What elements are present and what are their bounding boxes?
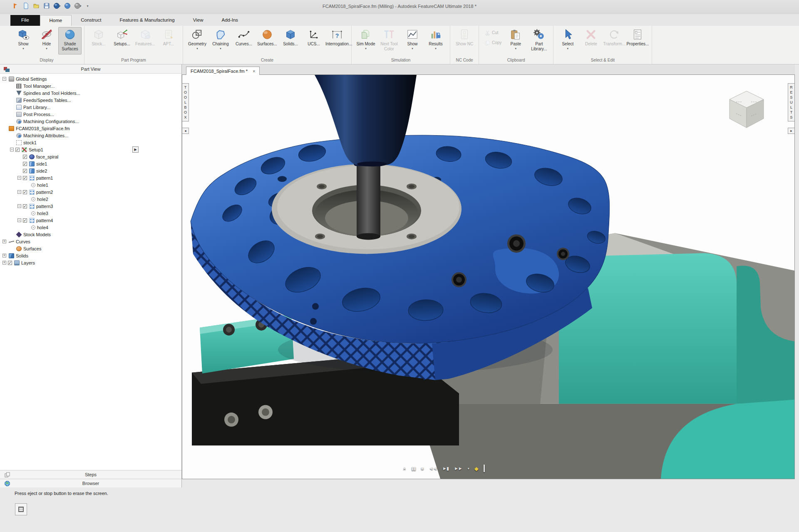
checkbox-checked[interactable]: ✓ [23,218,27,223]
dropdown-arrow-icon: ▾ [46,47,47,50]
tree-item-surfaces[interactable]: Surfaces [0,245,181,252]
tree-item-machining-attributes[interactable]: Machining Attributes... [0,132,181,139]
toolbox-tab[interactable]: TOOLBOX [182,83,189,121]
tree-item-spindles-and-tool-holders[interactable]: Spindles and Tool Holders... [0,89,181,97]
shade-surfaces-button[interactable]: Shade Surfaces [58,27,82,54]
sim-step-forward-icon[interactable]: ►▮ [442,466,449,471]
tree-item-pattern2[interactable]: −✓pattern2 [0,188,181,195]
part-view-tree: −Global SettingsTool Manager...Spindles … [0,74,181,266]
tree-item-tool-manager[interactable]: Tool Manager... [0,82,181,89]
sim-fast-forward-icon[interactable]: ►► [454,466,462,471]
expand-icon[interactable]: + [2,240,6,243]
tree-item-pattern1[interactable]: −✓pattern1 [0,174,181,181]
ribbon-group-create: Geometry▾Chaining▾Curves...Surfaces...So… [183,26,352,64]
sim-pause-icon[interactable]: ▮▮ [411,466,415,471]
tab-view[interactable]: View [184,15,213,26]
sim-eject-icon[interactable]: ▲ [403,466,406,471]
post-process-icon [16,112,22,117]
stop-button[interactable] [15,503,27,515]
checkbox-checked[interactable]: ✓ [23,155,27,159]
tree-item-hole4[interactable]: hole4 [0,224,181,231]
tree-item-fcam2018-spiralface-fm[interactable]: FCAM2018_SpiralFace.fm [0,125,181,132]
expand-icon[interactable]: + [2,261,6,265]
select-button[interactable]: Select▾ [556,27,579,54]
tree-item-part-library[interactable]: Part Library... [0,104,181,111]
checkbox-checked[interactable]: ✓ [23,162,27,166]
collapse-icon[interactable]: − [17,176,21,180]
paste-button[interactable]: Paste▾ [504,27,527,54]
collapse-icon[interactable]: − [10,148,14,151]
part-library-button[interactable]: Part Library... [527,27,551,54]
collapse-icon[interactable]: − [17,190,21,194]
properties-button[interactable]: Properties... [626,27,649,54]
setups-button[interactable]: Setups... [110,27,134,54]
tree-item-stock-models[interactable]: Stock Models [0,231,181,238]
toolbox-collapse-arrow[interactable]: ◄ [182,128,189,134]
view-cube[interactable] [728,89,765,130]
checkbox-checked[interactable]: ✓ [8,261,12,265]
show-button[interactable]: Show▾ [12,27,35,54]
tree-item-global-settings[interactable]: −Global Settings [0,75,181,82]
tree-item-stock1[interactable]: stock1 [0,139,181,146]
panel-tab-browser[interactable]: Browser [0,479,181,487]
tab-construct[interactable]: Construct [72,15,110,26]
machining-simulation-scene[interactable] [182,75,794,479]
tree-item-layers[interactable]: +✓Layers [0,259,181,266]
geometry-button[interactable]: Geometry▾ [186,27,209,54]
tree-item-curves[interactable]: +Curves [0,238,181,245]
tree-item-solids[interactable]: +Solids [0,252,181,259]
copy-button: Copy [482,39,503,47]
results-tab[interactable]: RESULTS [788,83,794,121]
tab-file[interactable]: File [10,15,40,26]
hide-button[interactable]: Hide▾ [35,27,58,54]
tree-item-side1[interactable]: ✓side1 [0,160,181,167]
panel-tab-steps[interactable]: Steps [0,470,181,479]
collapse-icon[interactable]: − [17,218,21,222]
interrogation-button[interactable]: ?Interrogation... [325,27,349,54]
checkbox-checked[interactable]: ✓ [23,190,27,194]
panel-expand-button[interactable]: ▶ [132,146,139,153]
part-view-panel: Part View −Global SettingsTool Manager..… [0,64,182,487]
document-tab[interactable]: FCAM2018_SpiralFace.fm * × [186,67,260,75]
sim-dropdown-icon[interactable]: ▾ [468,467,469,470]
checkbox-checked[interactable]: ✓ [23,169,27,173]
results-button[interactable]: Results▾ [424,27,447,54]
expand-icon[interactable]: + [2,254,6,257]
tree-item-setup1[interactable]: −✓Setup1 [0,146,181,153]
collapse-icon[interactable]: − [2,77,6,81]
checkbox-checked[interactable]: ✓ [23,176,27,180]
show-button[interactable]: Show▾ [401,27,424,54]
dropdown-arrow-icon: ▾ [412,47,413,50]
results-collapse-arrow[interactable]: ► [788,128,794,134]
sim-step-back-icon[interactable]: ◄◄ [429,466,437,471]
tree-item-pattern3[interactable]: −✓pattern3 [0,203,181,210]
tree-item-feeds-speeds-tables[interactable]: Feeds/Speeds Tables... [0,97,181,104]
collapse-icon[interactable]: − [17,204,21,208]
tree-item-machining-configurations[interactable]: Machining Configurations... [0,118,181,125]
checkbox-checked[interactable]: ✓ [23,204,27,208]
close-icon[interactable]: × [253,69,255,74]
tree-item-post-process[interactable]: Post Process... [0,111,181,118]
checkbox-checked[interactable]: ✓ [15,148,20,152]
chaining-button[interactable]: Chaining▾ [209,27,232,54]
sim-slider-icon[interactable] [484,465,485,472]
sim-mode-button[interactable]: Sim Mode▾ [354,27,377,54]
interrogation-icon: ? [330,28,344,41]
ucs-button[interactable]: UCS... [302,27,325,54]
tree-item-pattern4[interactable]: −✓pattern4 [0,217,181,224]
tree-item-hole1[interactable]: hole1 [0,181,181,188]
sim-stop-icon[interactable]: ■ [421,466,424,471]
tab-home[interactable]: Home [40,15,72,26]
sim-eraser-icon[interactable]: ◆ [474,465,478,472]
viewport-3d[interactable]: TOOLBOX ◄ RESULTS ► ▲▮▮■◄◄►▮►►▾◆ [182,75,795,479]
solids-button[interactable]: Solids... [279,27,302,54]
show-nc-button: Show NC [453,27,476,54]
tree-item-side2[interactable]: ✓side2 [0,167,181,174]
tree-item-hole2[interactable]: hole2 [0,195,181,203]
curves-button[interactable]: Curves... [232,27,256,54]
surfaces-button[interactable]: Surfaces... [256,27,279,54]
tab-add-ins[interactable]: Add-Ins [212,15,247,26]
tree-item-face-spiral[interactable]: ✓face_spiral [0,153,181,160]
tree-item-hole3[interactable]: hole3 [0,210,181,217]
tab-features-manufacturing[interactable]: Features & Manufacturing [110,15,184,26]
